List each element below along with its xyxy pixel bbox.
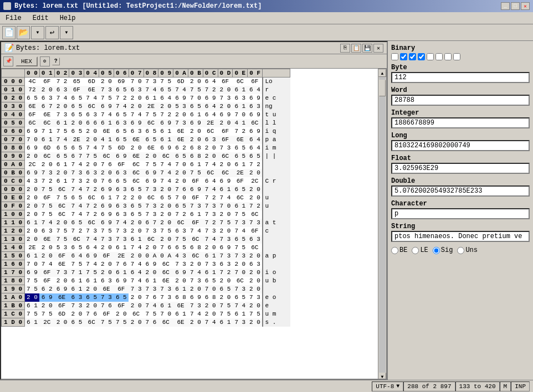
hex-cell[interactable]: 6 9 [144,260,158,269]
hex-cell[interactable]: 6F [54,252,69,260]
hex-cell[interactable]: 2 0 [84,136,99,144]
hex-cell[interactable]: 6 4 [84,244,99,252]
hex-cell[interactable]: 6 3 [99,277,114,285]
hex-cell[interactable]: 6 5 [158,194,173,202]
hex-cell[interactable]: 7 2 [84,202,99,210]
hex-cell[interactable]: 6 1 [25,219,40,227]
hex-cell[interactable]: 2 0 [84,285,99,293]
hex-cell[interactable]: 6 1 [188,111,203,119]
hex-cell[interactable]: 7 4 [158,177,173,185]
hex-cell[interactable]: 6F [188,194,203,202]
hex-cell[interactable]: 6 9 [99,210,114,219]
hex-cell[interactable]: 2 0 [158,219,173,227]
hex-cell[interactable]: 2C [25,161,40,169]
hex-cell[interactable]: 6C [84,102,99,111]
hex-cell[interactable]: 6 1 [144,94,158,102]
hex-cell[interactable]: 2 0 [218,210,233,219]
hex-cell[interactable]: 2 0 [218,293,233,302]
hex-cell[interactable]: 6 3 [233,94,248,102]
hex-cell[interactable]: 7 0 [158,310,173,318]
hex-cell[interactable]: 2 0 [129,293,144,302]
hex-cell[interactable]: 2 0 [84,302,99,310]
hex-cell[interactable]: 2 0 [173,169,188,177]
panel-copy-button[interactable]: ⎘ [340,44,350,53]
hex-cell[interactable]: 7 4 [158,161,173,169]
hex-cell[interactable]: 2 0 [129,94,144,102]
hex-cell[interactable]: 2 0 [248,285,263,293]
hex-cell[interactable]: 7 4 [69,210,84,219]
hex-cell[interactable]: 6 4 [203,102,218,111]
character-input[interactable] [391,208,530,219]
hex-cell[interactable]: 2 0 [129,219,144,227]
hex-cell[interactable]: 6E [129,136,144,144]
hex-cell[interactable]: 6 3 [84,111,99,119]
hex-cell[interactable]: 7 4 [129,277,144,285]
le-radio-label[interactable]: LE [412,246,428,254]
hex-cell[interactable]: 2 0 [188,78,203,86]
hex-cell[interactable]: 7 0 [233,269,248,277]
hex-cell[interactable]: 6 1 [54,177,69,185]
bit5-checkbox[interactable] [409,53,416,60]
scroll-down-button[interactable]: ▼ [378,373,386,380]
hex-cell[interactable]: 7 3 [203,227,218,235]
panel-paste-button[interactable]: 📋 [351,44,361,53]
hex-cell[interactable]: 6 9 [54,285,69,293]
hex-cell[interactable]: 2C [39,318,54,327]
hex-cell[interactable]: 5 3 [173,102,188,111]
hex-cell[interactable]: 6D [173,78,188,86]
hex-help-button[interactable]: ? [52,58,60,65]
hex-cell[interactable]: 2 0 [69,119,84,127]
hex-cell[interactable]: 7 2 [233,127,248,136]
hex-cell[interactable]: 2 0 [218,119,233,127]
hex-cell[interactable]: 2E [69,136,84,144]
hex-cell[interactable]: 2 0 [248,318,263,327]
encoding-dropdown[interactable]: ▼ [396,383,399,389]
hex-cell[interactable]: 6 9 [158,119,173,127]
hex-scrollbar[interactable]: ▲ ▼ [378,69,387,380]
hex-cell[interactable]: 6 5 [144,136,158,144]
hex-cell[interactable]: 7 4 [99,111,114,119]
hex-cell[interactable]: 6 1 [114,244,129,252]
hex-cell[interactable]: 6 1 [54,161,69,169]
hex-cell[interactable]: 72 [25,86,40,94]
hex-cell[interactable]: 7 0 [25,260,40,269]
hex-cell[interactable]: 6 1 [25,302,40,310]
hex-cell[interactable]: 7 4 [54,136,69,144]
hex-cell[interactable]: 6C [69,235,84,244]
hex-cell[interactable]: 7 3 [218,235,233,244]
hex-cell[interactable]: 6F [114,302,129,310]
hex-cell[interactable]: 7 3 [248,293,263,302]
hex-cell[interactable]: 7 3 [39,169,54,177]
hex-cell[interactable]: 7 6 [99,302,114,310]
hex-cell[interactable]: 2 0 [25,293,40,302]
hex-cell[interactable]: 6 3 [114,202,129,210]
hex-cell[interactable]: 7 5 [99,318,114,327]
hex-cell[interactable]: 6 4 [158,94,173,102]
hex-cell[interactable]: 7 3 [129,285,144,293]
hex-cell[interactable]: 6 5 [129,210,144,219]
bit4-checkbox[interactable] [418,53,425,60]
hex-cell[interactable]: 7 3 [144,285,158,293]
hex-cell[interactable]: 6C [158,269,173,277]
hex-cell[interactable]: 2 0 [158,235,173,244]
hex-cell[interactable]: 7 4 [188,227,203,235]
hex-cell[interactable]: 2 0 [248,302,263,310]
hex-cell[interactable]: 6 5 [69,127,84,136]
hex-cell[interactable]: 6C [218,169,233,177]
hex-cell[interactable]: 7 2 [158,111,173,119]
hex-cell[interactable]: 2 0 [129,102,144,111]
hex-cell[interactable]: 6 9 [39,293,54,302]
hex-cell[interactable]: 6 3 [114,185,129,194]
hex-cell[interactable]: 6 1 [84,277,99,285]
hex-cell[interactable]: 6 1 [203,269,218,277]
hex-cell[interactable]: 6C [144,194,158,202]
scroll-up-button[interactable]: ▲ [378,69,386,77]
hex-cell[interactable]: 6 3 [218,260,233,269]
hex-cell[interactable]: 7 5 [99,94,114,102]
hex-cell[interactable]: 2 0 [248,277,263,285]
hex-cell[interactable]: 2 0 [218,277,233,285]
hex-cell[interactable]: 6 5 [114,127,129,136]
hex-cell[interactable]: 6 8 [188,244,203,252]
hex-cell[interactable]: 6 5 [114,136,129,144]
hex-cell[interactable]: 7 3 [99,235,114,244]
